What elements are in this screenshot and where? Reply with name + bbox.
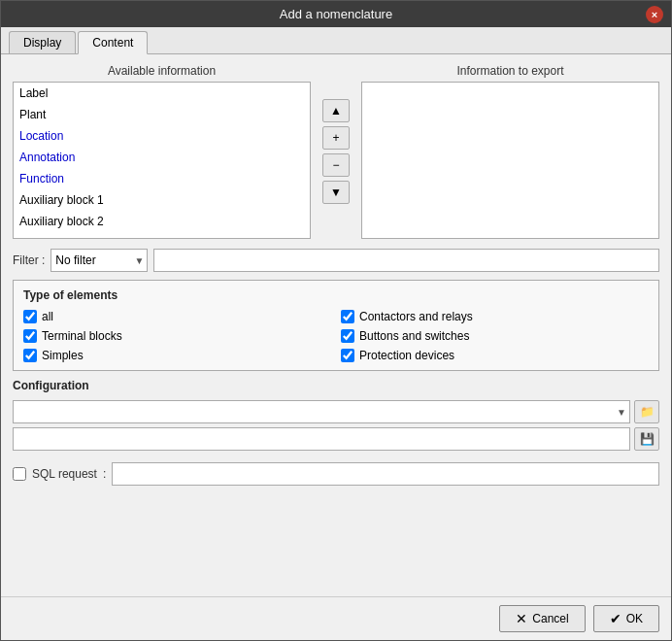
config-dropdown-wrapper: ▼ [13,400,630,423]
dialog-body: Available information Label Plant Locati… [1,54,671,596]
checkbox-buttons-label: Buttons and switches [359,329,469,343]
cancel-icon: ✕ [516,611,527,626]
footer: ✕ Cancel ✔ OK [1,596,671,640]
config-input[interactable] [13,427,630,451]
close-button[interactable]: × [646,6,663,23]
filter-select[interactable]: No filter [50,249,148,272]
cancel-label: Cancel [532,612,568,625]
move-up-button[interactable]: ▲ [322,99,350,122]
export-info-list[interactable] [361,82,659,239]
checkbox-buttons[interactable] [341,329,354,343]
config-dropdown-row: ▼ 📁 [13,400,659,423]
checkbox-terminal[interactable] [23,329,37,343]
arrow-buttons: ▲ + − ▼ [319,64,353,239]
config-folder-button[interactable]: 📁 [634,400,659,423]
type-of-elements-title: Type of elements [23,288,649,302]
tabs-bar: Display Content [1,27,671,54]
config-dropdown[interactable] [13,400,630,423]
export-info-label: Information to export [361,64,659,78]
info-panels: Available information Label Plant Locati… [13,64,659,239]
filter-label: Filter : [13,253,45,267]
ok-label: OK [626,612,643,625]
sql-input[interactable] [112,462,659,486]
sql-colon: : [103,467,106,481]
config-save-button[interactable]: 💾 [634,427,659,451]
add-button[interactable]: + [322,126,350,150]
list-item[interactable]: Auxiliary block 2 [14,211,310,232]
type-of-elements-section: Type of elements all Contactors and rela… [13,280,659,371]
tab-display[interactable]: Display [9,31,76,53]
available-info-label: Available information [13,64,311,78]
configuration-section: Configuration ▼ 📁 💾 [13,379,659,451]
checkbox-protection-label: Protection devices [359,349,454,362]
list-item[interactable]: Plant [14,104,310,125]
ok-icon: ✔ [610,611,622,626]
cancel-button[interactable]: ✕ Cancel [499,605,585,632]
checkbox-terminal-label: Terminal blocks [42,329,122,343]
list-item[interactable]: Label [14,83,310,104]
list-item[interactable]: Textual description [14,232,310,239]
sql-row: SQL request : [13,462,659,486]
list-item[interactable]: Function [14,168,310,189]
checkbox-simples-label: Simples [42,349,84,362]
sql-label: SQL request [32,467,97,481]
checkbox-row-all: all [23,310,331,323]
checkbox-row-simples: Simples [23,349,331,362]
checkbox-contactors[interactable] [341,310,354,323]
save-icon: 💾 [640,432,655,446]
checkbox-all[interactable] [23,310,37,323]
filter-input[interactable] [153,249,659,272]
config-input-row: 💾 [13,427,659,451]
tab-content[interactable]: Content [78,31,148,54]
dialog-title: Add a nomenclature [280,7,392,21]
list-item[interactable]: Auxiliary block 1 [14,189,310,211]
checkbox-row-contactors: Contactors and relays [341,310,649,323]
export-info-section: Information to export [361,64,659,239]
configuration-title: Configuration [13,379,659,392]
checkbox-contactors-label: Contactors and relays [359,310,473,323]
checkbox-all-label: all [42,310,53,323]
filter-row: Filter : No filter ▼ [13,249,659,272]
move-down-button[interactable]: ▼ [322,181,350,204]
checkbox-row-terminal: Terminal blocks [23,329,331,343]
sql-checkbox[interactable] [13,467,26,481]
folder-icon: 📁 [640,405,655,419]
checkbox-row-buttons: Buttons and switches [341,329,649,343]
checkbox-row-protection: Protection devices [341,349,649,362]
checkbox-grid: all Contactors and relays Terminal block… [23,310,649,362]
available-info-section: Available information Label Plant Locati… [13,64,311,239]
remove-button[interactable]: − [322,153,350,177]
checkbox-protection[interactable] [341,349,354,362]
checkbox-simples[interactable] [23,349,37,362]
dialog: Add a nomenclature × Display Content Ava… [0,0,672,641]
available-info-list[interactable]: Label Plant Location Annotation Function… [13,82,311,239]
title-bar: Add a nomenclature × [1,1,671,27]
list-item[interactable]: Annotation [14,147,310,168]
ok-button[interactable]: ✔ OK [593,605,659,632]
list-item[interactable]: Location [14,125,310,147]
